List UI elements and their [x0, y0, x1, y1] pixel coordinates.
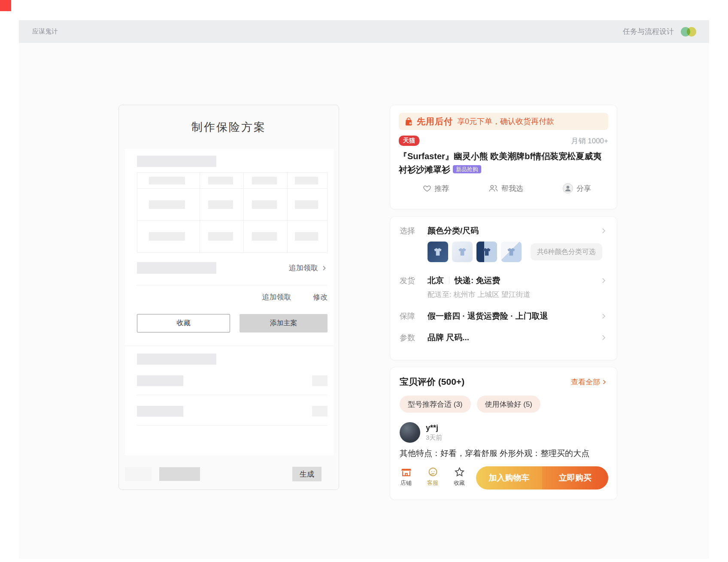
- product-bottom-bar: 店铺 客服 收藏 加入购物车 立即购买: [390, 462, 617, 499]
- placeholder-bar: [159, 467, 200, 481]
- table-cell: [137, 173, 200, 189]
- params-value: 品牌 尺码...: [428, 332, 600, 343]
- table-cell: [200, 173, 244, 189]
- product-info-card: 先用后付 享0元下单，确认收货再付款 天猫 月销 1000+ 『Surfaste…: [390, 105, 617, 209]
- people-icon: [488, 184, 498, 193]
- toggle-dot-yellow: [687, 27, 696, 36]
- mode-label: 任务与流程设计: [623, 27, 674, 36]
- divider: [137, 395, 328, 395]
- review-time: 3天前: [426, 434, 442, 442]
- star-icon: [454, 466, 465, 478]
- pay-later-highlight: 先用后付: [417, 116, 453, 127]
- buy-now-button[interactable]: 立即购买: [542, 466, 608, 489]
- add-to-cart-button[interactable]: 加入购物车: [476, 466, 542, 489]
- chevron-right-icon: [600, 334, 607, 341]
- append-claim-link[interactable]: 追加领取: [289, 263, 328, 273]
- placeholder-bar: [137, 375, 183, 386]
- table-cell: [137, 221, 200, 252]
- shipping-label: 发货: [400, 275, 428, 286]
- append-claim-link-secondary[interactable]: 追加领取: [262, 292, 291, 302]
- table-cell: [288, 189, 327, 221]
- plan-table: [137, 172, 328, 253]
- chevron-right-icon: [600, 312, 607, 320]
- product-reviews-card: 宝贝评价 (500+) 查看全部 型号推荐合适 (3) 使用体验好 (5) y*…: [390, 367, 617, 500]
- project-title: 应谋鬼计: [32, 27, 58, 36]
- plan-list-panel: [125, 347, 334, 455]
- table-cell: [137, 189, 200, 221]
- table-cell: [244, 221, 288, 252]
- shipping-city: 北京: [428, 275, 444, 286]
- guarantee-label: 保障: [400, 311, 428, 321]
- shipping-express: 快递: 免运费: [455, 275, 500, 286]
- customer-service-button[interactable]: 客服: [419, 466, 446, 487]
- params-row[interactable]: 参数 品牌 尺码...: [400, 332, 607, 343]
- table-cell: [288, 173, 327, 189]
- card-footer: 生成: [125, 467, 333, 481]
- reviewer-avatar: [400, 422, 420, 443]
- pay-later-desc: 享0元下单，确认收货再付款: [457, 116, 554, 127]
- storefront-icon: [400, 466, 412, 478]
- robot-face-icon: [427, 466, 439, 478]
- generate-button[interactable]: 生成: [292, 467, 322, 481]
- table-cell: [244, 189, 288, 221]
- product-options-card: 选择 颜色分类/尺码 共6种颜色分类可选 发货 北京 快递: 免运费 配送至: …: [390, 216, 617, 360]
- reviews-title: 宝贝评价 (500+): [400, 376, 464, 388]
- placeholder-bar: [125, 467, 152, 481]
- product-title: 『Surfaster』幽灵小熊 欧美潮牌bf情侣装宽松夏威夷衬衫沙滩罩衫新品抢购: [399, 150, 608, 176]
- shopping-bag-icon: [404, 117, 413, 126]
- favorite-button[interactable]: 收藏: [137, 314, 230, 332]
- review-tag[interactable]: 型号推荐合适 (3): [400, 396, 471, 413]
- variants-count-pill[interactable]: 共6种颜色分类可选: [531, 243, 602, 260]
- pay-later-banner: 先用后付 享0元下单，确认收货再付款: [399, 113, 608, 130]
- divider: [137, 285, 328, 285]
- canvas-corner-marker: [0, 0, 11, 11]
- divider: [137, 425, 328, 426]
- table-cell: [200, 189, 244, 221]
- new-arrival-badge: 新品抢购: [453, 165, 481, 173]
- guarantee-value: 假一赔四 · 退货运费险 · 上门取退: [428, 311, 600, 322]
- monthly-sales: 月销 1000+: [571, 136, 608, 146]
- params-label: 参数: [400, 332, 428, 343]
- divider: [449, 277, 449, 284]
- variant-thumbnail[interactable]: [476, 242, 497, 262]
- variant-thumbnail[interactable]: [452, 242, 473, 262]
- chevron-right-icon: [600, 227, 607, 235]
- insurance-plan-card: 制作保险方案 追加领取 追加领取 修改: [118, 105, 339, 490]
- card-title: 制作保险方案: [119, 120, 339, 135]
- add-main-case-button[interactable]: 添加主案: [240, 314, 328, 332]
- help-me-choose-action[interactable]: 帮我选: [488, 183, 523, 194]
- placeholder-bar: [137, 156, 216, 167]
- heart-icon: [423, 184, 431, 193]
- favorite-product-button[interactable]: 收藏: [446, 466, 473, 487]
- tmall-badge: 天猫: [399, 136, 419, 146]
- table-cell: [288, 221, 327, 252]
- table-cell: [244, 173, 288, 189]
- chevron-right-icon: [601, 379, 607, 385]
- shipping-row[interactable]: 发货 北京 快递: 免运费: [400, 275, 607, 286]
- modify-link[interactable]: 修改: [313, 292, 328, 302]
- variant-thumbnail[interactable]: [501, 242, 522, 262]
- placeholder-bar: [137, 354, 216, 365]
- placeholder-bar: [137, 262, 216, 274]
- sku-value: 颜色分类/尺码: [428, 225, 600, 236]
- variant-thumbnail[interactable]: [428, 242, 448, 262]
- shop-button[interactable]: 店铺: [393, 466, 419, 487]
- share-action[interactable]: 分享: [562, 183, 591, 194]
- recommend-action[interactable]: 推荐: [423, 183, 449, 194]
- deliver-to-text: 配送至: 杭州市 上城区 望江街道: [428, 290, 607, 299]
- table-cell: [200, 221, 244, 252]
- top-bar: 应谋鬼计 任务与流程设计: [19, 20, 709, 43]
- sku-row[interactable]: 选择 颜色分类/尺码: [400, 225, 607, 236]
- mode-toggle[interactable]: [681, 27, 696, 36]
- review-tag[interactable]: 使用体验好 (5): [477, 396, 541, 413]
- sku-label: 选择: [400, 226, 428, 236]
- placeholder-bar: [312, 406, 328, 417]
- chevron-right-icon: [600, 277, 607, 284]
- review-item: y**j 3天前: [400, 422, 607, 443]
- review-excerpt: 其他特点：好看，穿着舒服 外形外观：整理买的大点: [400, 448, 607, 459]
- guarantee-row[interactable]: 保障 假一赔四 · 退货运费险 · 上门取退: [400, 311, 607, 322]
- view-all-reviews-link[interactable]: 查看全部: [571, 377, 607, 387]
- chevron-right-icon: [321, 265, 328, 272]
- reviewer-name: y**j: [426, 423, 442, 432]
- avatar-icon: [562, 183, 573, 194]
